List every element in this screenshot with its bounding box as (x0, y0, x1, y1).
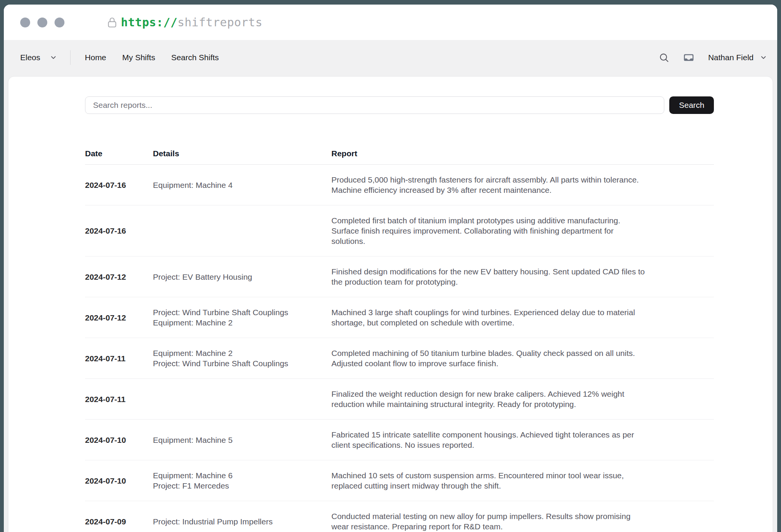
row-details (153, 205, 331, 256)
lock-icon (107, 17, 117, 28)
table-row: 2024-07-16Equipment: Machine 4Produced 5… (85, 165, 714, 205)
column-header-date: Date (85, 149, 153, 165)
brand-name: Eleos (20, 53, 40, 62)
browser-chrome: https://shiftreports (4, 5, 777, 40)
search-icon[interactable] (659, 52, 669, 63)
nav-divider (70, 50, 71, 65)
row-date: 2024-07-12 (85, 297, 153, 338)
row-details: Project: Industrial Pump Impellers (153, 501, 331, 532)
brand-menu[interactable]: Eleos (20, 53, 57, 62)
table-row: 2024-07-11Finalized the weight reduction… (85, 379, 714, 420)
row-details: Project: Wind Turbine Shaft Couplings Eq… (153, 297, 331, 338)
reports-table: Date Details Report 2024-07-16Equipment:… (85, 149, 714, 532)
inbox-icon[interactable] (683, 52, 694, 63)
report-table-body: 2024-07-16Equipment: Machine 4Produced 5… (85, 165, 714, 532)
row-report: Conducted material testing on new alloy … (331, 501, 714, 532)
table-row: 2024-07-11Equipment: Machine 2 Project: … (85, 338, 714, 379)
nav-links: Home My Shifts Search Shifts (85, 53, 219, 62)
row-date: 2024-07-12 (85, 256, 153, 297)
row-details: Equipment: Machine 4 (153, 165, 331, 205)
row-date: 2024-07-09 (85, 501, 153, 532)
row-report: Completed first batch of titanium implan… (331, 205, 714, 256)
row-date: 2024-07-10 (85, 420, 153, 460)
user-menu[interactable]: Nathan Field (708, 53, 767, 62)
chevron-down-icon (50, 54, 57, 61)
chevron-down-icon (760, 54, 767, 61)
row-report: Machined 10 sets of custom suspension ar… (331, 460, 714, 501)
nav-link-my-shifts[interactable]: My Shifts (122, 53, 155, 62)
row-report: Produced 5,000 high-strength fasteners f… (331, 165, 714, 205)
row-report: Machined 3 large shaft couplings for win… (331, 297, 714, 338)
row-report: Finalized the weight reduction design fo… (331, 379, 714, 420)
window-controls (20, 18, 64, 27)
table-row: 2024-07-16Completed first batch of titan… (85, 205, 714, 256)
reports-card: Search Date Details Report 2024-07-16Equ… (8, 76, 773, 532)
url-host: shiftreports (178, 16, 263, 29)
row-date: 2024-07-16 (85, 205, 153, 256)
column-header-details: Details (153, 149, 331, 165)
row-date: 2024-07-11 (85, 379, 153, 420)
row-report: Completed machining of 50 titanium turbi… (331, 338, 714, 379)
table-row: 2024-07-09Project: Industrial Pump Impel… (85, 501, 714, 532)
row-details: Project: EV Battery Housing (153, 256, 331, 297)
row-details: Equipment: Machine 6 Project: F1 Mercede… (153, 460, 331, 501)
row-date: 2024-07-10 (85, 460, 153, 501)
url-scheme: https:// (121, 16, 178, 29)
report-search-row: Search (85, 96, 714, 114)
row-date: 2024-07-11 (85, 338, 153, 379)
row-report: Finished design modifications for the ne… (331, 256, 714, 297)
nav-right: Nathan Field (659, 52, 767, 63)
row-details: Equipment: Machine 5 (153, 420, 331, 460)
report-search-input[interactable] (85, 96, 664, 114)
user-name: Nathan Field (708, 53, 754, 62)
window-close-button[interactable] (20, 18, 30, 27)
table-row: 2024-07-10Equipment: Machine 6 Project: … (85, 460, 714, 501)
page-content: Search Date Details Report 2024-07-16Equ… (4, 75, 777, 532)
window-minimize-button[interactable] (37, 18, 47, 27)
row-details: Equipment: Machine 2 Project: Wind Turbi… (153, 338, 331, 379)
top-navbar: Eleos Home My Shifts Search Shifts (4, 40, 777, 75)
window-maximize-button[interactable] (55, 18, 64, 27)
table-row: 2024-07-12Project: EV Battery HousingFin… (85, 256, 714, 297)
table-row: 2024-07-10Equipment: Machine 5Fabricated… (85, 420, 714, 460)
row-date: 2024-07-16 (85, 165, 153, 205)
report-search-button[interactable]: Search (669, 96, 714, 114)
url-bar[interactable]: https://shiftreports (107, 16, 262, 29)
row-details (153, 379, 331, 420)
nav-link-search-shifts[interactable]: Search Shifts (171, 53, 219, 62)
column-header-report: Report (331, 149, 714, 165)
table-row: 2024-07-12Project: Wind Turbine Shaft Co… (85, 297, 714, 338)
row-report: Fabricated 15 intricate satellite compon… (331, 420, 714, 460)
browser-window: https://shiftreports Eleos Home My Shift… (4, 5, 777, 532)
table-header-row: Date Details Report (85, 149, 714, 165)
nav-link-home[interactable]: Home (85, 53, 106, 62)
